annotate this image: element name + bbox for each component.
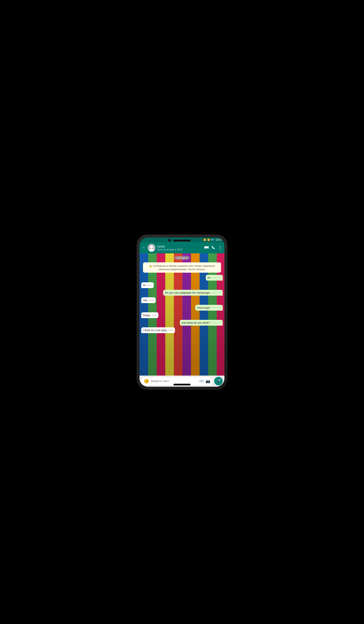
message-time: 19:06 ✓✓	[211, 322, 221, 324]
message-text: I think it's cool app)	[143, 329, 167, 332]
message-bubble: I think it's cool app) 19:07	[141, 327, 175, 333]
message-row: How long? 19:06 ✓✓	[141, 305, 223, 311]
svg-point-1	[150, 245, 153, 248]
svg-rect-3	[204, 246, 207, 248]
message-time: 19:05 ✓✓	[211, 291, 221, 294]
message-bubble: Yes 19:06	[141, 297, 156, 303]
message-time: 19:06	[152, 314, 157, 316]
battery-indicator: 8%	[211, 239, 214, 241]
screen-content: 📶 📶 8% 19:07 ← Grish был(-а) сегодня	[140, 237, 224, 387]
message-bubble: Do you use wallpaper for messenger 19:05…	[163, 290, 223, 296]
status-bar: 📶 📶 8% 19:07	[140, 237, 224, 242]
message-text: and what do you think?	[182, 321, 210, 324]
read-checkmarks: ✓✓	[218, 291, 221, 294]
message-text: Do you use wallpaper for messenger	[165, 291, 210, 294]
message-bubble: 5days 19:06	[141, 312, 158, 318]
message-row: Hi 19:05 ✓✓	[141, 275, 223, 281]
emoji-button[interactable]: 😊	[144, 379, 149, 384]
date-badge: СЕГОДНЯ	[174, 256, 190, 260]
message-time: 19:06 ✓✓	[211, 307, 221, 309]
camera-button[interactable]: 📷	[206, 379, 210, 384]
status-time: 19:07	[215, 238, 222, 241]
message-time: 19:05	[147, 284, 152, 286]
chat-content: СЕГОДНЯ 🔒 Сообщения и звонки в данном ча…	[140, 253, 224, 335]
mic-icon: 🎤	[216, 379, 221, 384]
signal-icon: 📶	[207, 239, 210, 241]
back-button[interactable]: ←	[142, 245, 146, 250]
message-row: 5days 19:06	[141, 312, 223, 318]
message-text: Hi	[208, 276, 210, 279]
message-text: Yes	[143, 299, 148, 302]
more-options-icon[interactable]: ⋮	[218, 245, 222, 250]
read-checkmarks: ✓✓	[218, 322, 221, 324]
attach-button[interactable]: 📎	[198, 378, 205, 384]
bottom-speaker	[173, 384, 191, 385]
message-bubble: Hi 19:05 ✓✓	[206, 275, 223, 281]
message-text: 5days	[143, 313, 151, 317]
video-call-icon[interactable]	[204, 246, 208, 250]
phone-device: 📶 📶 8% 19:07 ← Grish был(-а) сегодня	[137, 235, 227, 389]
contact-name: Grish	[157, 245, 203, 248]
encryption-notice[interactable]: 🔒 Сообщения и звонки в данном чате тепер…	[143, 262, 221, 273]
message-row: and what do you think? 19:06 ✓✓	[141, 320, 223, 326]
svg-marker-4	[207, 246, 208, 249]
header-actions: ⋮	[204, 245, 222, 250]
message-bubble: and what do you think? 19:06 ✓✓	[180, 320, 223, 326]
wifi-icon: 📶	[204, 239, 206, 241]
message-text: How long?	[197, 306, 210, 309]
chat-header: ← Grish был(-а) сегодня в 19:07	[140, 242, 224, 253]
read-checkmarks: ✓✓	[218, 307, 221, 309]
chat-messages-area: СЕГОДНЯ 🔒 Сообщения и звонки в данном ча…	[140, 253, 224, 376]
message-bubble: Hi 19:05	[141, 282, 154, 288]
message-row: Do you use wallpaper for messenger 19:05…	[141, 290, 223, 296]
contact-status: был(-а) сегодня в 19:07	[157, 248, 203, 251]
contact-info: Grish был(-а) сегодня в 19:07	[157, 245, 203, 251]
read-checkmarks: ✓✓	[218, 277, 221, 279]
message-row: I think it's cool app) 19:07	[141, 327, 223, 333]
message-row: Yes 19:06	[141, 297, 223, 303]
message-text: Hi	[143, 284, 146, 287]
phone-call-icon[interactable]	[211, 246, 215, 250]
message-bubble: How long? 19:06 ✓✓	[195, 305, 223, 311]
message-row: Hi 19:05	[141, 282, 223, 288]
phone-screen: 📶 📶 8% 19:07 ← Grish был(-а) сегодня	[140, 237, 224, 387]
message-input[interactable]	[151, 379, 197, 383]
message-time: 19:06	[149, 299, 154, 301]
message-time: 19:05 ✓✓	[211, 277, 221, 279]
message-time: 19:07	[168, 329, 173, 331]
avatar[interactable]	[148, 244, 156, 252]
mic-button[interactable]: 🎤	[214, 377, 223, 385]
